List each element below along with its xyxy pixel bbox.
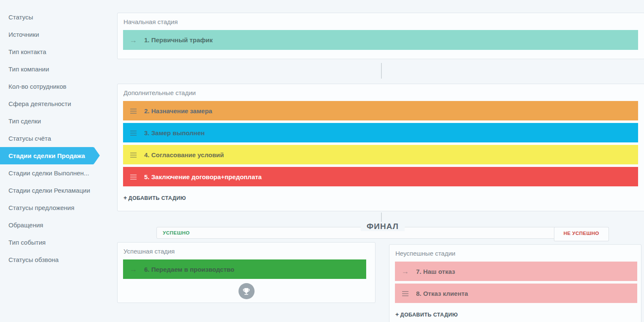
stage-row[interactable]: → 7. Наш отказ (395, 262, 637, 281)
stage-label: 3. Замер выполнен (144, 129, 205, 136)
arrow-right-icon: → (401, 267, 409, 275)
stage-row[interactable]: 2. Назначение замера (123, 101, 638, 120)
stage-row[interactable]: → 1. Первичный трафик (123, 30, 638, 50)
final-divider: ФИНАЛ УСПЕШНО НЕ УСПЕШНО (156, 227, 609, 239)
sidebar-item-call-statuses[interactable]: Статусы обзвона (0, 251, 117, 268)
success-stage-panel: Успешная стадия → 6. Передаем в производ… (117, 242, 375, 303)
panel-title: Успешная стадия (118, 243, 375, 259)
sidebar-item-business-area[interactable]: Сфера деятельности (0, 95, 117, 112)
sidebar-item-deal-stages-completed[interactable]: Стадии сделки Выполнен... (0, 164, 117, 182)
stage-label: 4. Согласование условий (144, 151, 224, 158)
plus-icon: + (123, 194, 127, 201)
add-stage-button[interactable]: +ДОБАВИТЬ СТАДИЮ (123, 194, 186, 201)
success-tab[interactable]: УСПЕШНО (163, 227, 190, 238)
fail-tab[interactable]: НЕ УСПЕШНО (554, 227, 609, 241)
drag-handle-icon[interactable] (129, 129, 137, 136)
arrow-right-icon: → (129, 36, 137, 44)
add-stage-button[interactable]: +ДОБАВИТЬ СТАДИЮ (395, 311, 458, 318)
settings-sidebar: Статусы Источники Тип контакта Тип компа… (0, 8, 117, 268)
sidebar-item-deal-stages-claims[interactable]: Стадии сделки Рекламации (0, 182, 117, 199)
stage-row[interactable]: → 6. Передаем в производство (123, 259, 366, 279)
final-title: ФИНАЛ (361, 222, 405, 231)
sidebar-item-employee-count[interactable]: Кол-во сотрудников (0, 78, 117, 95)
stage-row[interactable]: 4. Согласование условий (123, 145, 638, 164)
stage-label: 8. Отказ клиента (416, 290, 468, 297)
drag-handle-icon[interactable] (129, 107, 137, 115)
plus-icon: + (395, 311, 399, 318)
sidebar-item-invoice-statuses[interactable]: Статусы счёта (0, 130, 117, 147)
stage-row[interactable]: 3. Замер выполнен (123, 123, 638, 142)
sidebar-item-contact-type[interactable]: Тип контакта (0, 43, 117, 60)
sidebar-item-sources[interactable]: Источники (0, 26, 117, 43)
panel-title: Начальная стадия (118, 13, 644, 30)
sidebar-item-statuses[interactable]: Статусы (0, 8, 117, 26)
stage-label: 2. Назначение замера (144, 107, 212, 115)
stage-label: 5. Заключение договора+предоплата (144, 173, 262, 180)
initial-stage-panel: Начальная стадия → 1. Первичный трафик (117, 13, 644, 59)
panel-title: Дополнительные стадии (118, 84, 644, 101)
stage-row[interactable]: 8. Отказ клиента (395, 284, 637, 303)
sidebar-item-offer-statuses[interactable]: Статусы предложения (0, 199, 117, 216)
arrow-right-icon: → (129, 265, 137, 273)
failure-stages-panel: Неуспешные стадии → 7. Наш отказ 8. Отка… (389, 244, 641, 322)
additional-stages-panel: Дополнительные стадии 2. Назначение заме… (117, 84, 644, 211)
sidebar-item-deal-type[interactable]: Тип сделки (0, 112, 117, 130)
connector-line (381, 63, 382, 79)
sidebar-item-deal-stages-sales[interactable]: Стадии сделки Продажа (0, 147, 94, 164)
stage-row[interactable]: 5. Заключение договора+предоплата (123, 167, 638, 186)
stage-label: 1. Первичный трафик (144, 36, 213, 44)
drag-handle-icon[interactable] (129, 173, 137, 180)
sidebar-item-requests[interactable]: Обращения (0, 216, 117, 234)
trophy-icon (238, 283, 255, 299)
stage-label: 7. Наш отказ (416, 268, 455, 275)
panel-title: Неуспешные стадии (389, 245, 641, 262)
stage-label: 6. Передаем в производство (144, 266, 234, 273)
sidebar-item-event-type[interactable]: Тип события (0, 234, 117, 251)
sidebar-item-company-type[interactable]: Тип компании (0, 60, 117, 78)
drag-handle-icon[interactable] (401, 289, 409, 297)
drag-handle-icon[interactable] (129, 151, 137, 158)
